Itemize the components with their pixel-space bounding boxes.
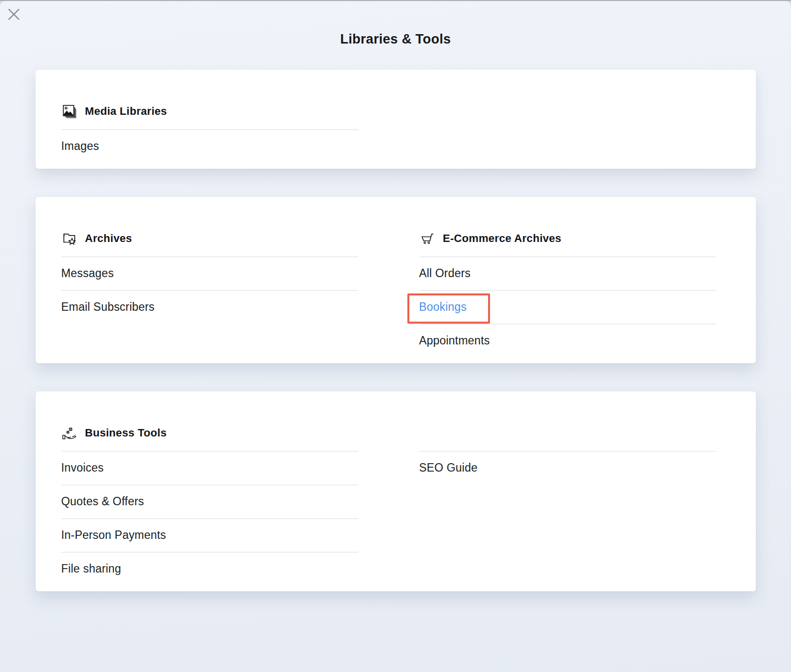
column-header-spacer bbox=[419, 424, 716, 452]
list-item-label: Bookings bbox=[419, 300, 467, 313]
card-column: Business ToolsInvoicesQuotes & OffersIn-… bbox=[61, 424, 358, 585]
list-item-label: Email Subscribers bbox=[61, 300, 155, 313]
cards-container: Media LibrariesImages ArchivesMessagesEm… bbox=[36, 70, 756, 591]
list-item-images[interactable]: Images bbox=[61, 130, 358, 163]
shopping-cart-icon bbox=[419, 230, 435, 247]
card-grid: ArchivesMessagesEmail Subscribers E-Comm… bbox=[61, 230, 716, 357]
list-item-label: Quotes & Offers bbox=[61, 495, 144, 508]
list-item-messages[interactable]: Messages bbox=[61, 257, 358, 291]
card-column: SEO Guide bbox=[419, 424, 716, 585]
list-item-label: Messages bbox=[61, 267, 114, 280]
list-item-invoices[interactable]: Invoices bbox=[61, 452, 358, 485]
link-list: Images bbox=[61, 130, 358, 163]
list-item-appointments[interactable]: Appointments bbox=[419, 325, 716, 357]
link-list: InvoicesQuotes & OffersIn-Person Payment… bbox=[61, 452, 358, 585]
card-media-libraries: Media LibrariesImages bbox=[36, 70, 756, 169]
hand-coins-icon bbox=[61, 425, 77, 441]
list-item-label: Appointments bbox=[419, 334, 490, 347]
section-title: Business Tools bbox=[85, 427, 167, 439]
list-item-label: In-Person Payments bbox=[61, 528, 166, 541]
page-title: Libraries & Tools bbox=[0, 1, 791, 48]
section-title: Media Libraries bbox=[85, 105, 167, 118]
section-header-media-libraries: Media Libraries bbox=[61, 102, 358, 130]
list-item-label: Images bbox=[61, 140, 99, 152]
list-item-quotes-offers[interactable]: Quotes & Offers bbox=[61, 485, 358, 519]
section-header-e-commerce-archives: E-Commerce Archives bbox=[419, 230, 716, 257]
archives-folder-star-icon bbox=[61, 230, 77, 247]
section-header-archives: Archives bbox=[61, 230, 358, 257]
card-column: Media LibrariesImages bbox=[61, 102, 358, 163]
card-business-tools: Business ToolsInvoicesQuotes & OffersIn-… bbox=[36, 391, 756, 591]
list-item-email-subscribers[interactable]: Email Subscribers bbox=[61, 291, 358, 324]
link-list: MessagesEmail Subscribers bbox=[61, 257, 358, 324]
card-archives: ArchivesMessagesEmail Subscribers E-Comm… bbox=[36, 197, 756, 363]
link-list: All OrdersBookingsAppointments bbox=[419, 257, 716, 357]
card-grid: Business ToolsInvoicesQuotes & OffersIn-… bbox=[61, 424, 716, 585]
close-icon bbox=[7, 7, 21, 21]
list-item-bookings[interactable]: Bookings bbox=[419, 291, 716, 325]
list-item-seo-guide[interactable]: SEO Guide bbox=[419, 452, 716, 484]
section-title: E-Commerce Archives bbox=[443, 232, 562, 245]
card-column: E-Commerce ArchivesAll OrdersBookingsApp… bbox=[419, 230, 716, 357]
list-item-file-sharing[interactable]: File sharing bbox=[61, 553, 358, 585]
section-title: Archives bbox=[85, 232, 132, 245]
card-column: ArchivesMessagesEmail Subscribers bbox=[61, 230, 358, 357]
card-grid: Media LibrariesImages bbox=[61, 102, 716, 163]
media-libraries-icon bbox=[61, 103, 77, 120]
list-item-label: Invoices bbox=[61, 461, 104, 474]
close-button[interactable] bbox=[6, 7, 21, 22]
list-item-all-orders[interactable]: All Orders bbox=[419, 257, 716, 291]
list-item-label: File sharing bbox=[61, 562, 121, 575]
section-header-business-tools: Business Tools bbox=[61, 424, 358, 452]
link-list: SEO Guide bbox=[419, 452, 716, 484]
list-item-label: SEO Guide bbox=[419, 461, 478, 474]
list-item-in-person-payments[interactable]: In-Person Payments bbox=[61, 519, 358, 553]
libraries-tools-panel: Libraries & Tools Media LibrariesImages … bbox=[0, 1, 791, 672]
list-item-label: All Orders bbox=[419, 267, 471, 280]
